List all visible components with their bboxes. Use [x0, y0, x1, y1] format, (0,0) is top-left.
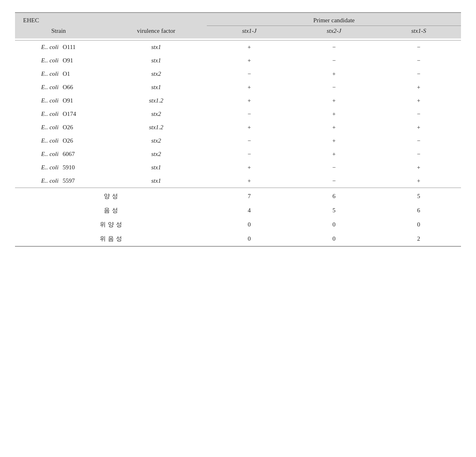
- vf-cell: stx2: [105, 107, 207, 121]
- table-row: E.. coli O111 stx1 + − −: [15, 40, 461, 54]
- table-row: E.. coli O91 stx1.2 + + +: [15, 94, 461, 107]
- summary-v2: 5: [292, 203, 376, 218]
- result-col1: −: [207, 147, 292, 161]
- summary-row: 위 양 성 0 0 0: [15, 218, 461, 232]
- summary-v1: 4: [207, 203, 292, 218]
- col1-header: stx1-J: [207, 26, 292, 39]
- strain-cell: O26: [60, 121, 105, 134]
- result-col1: −: [207, 67, 292, 81]
- table-row: E.. coli O1 stx2 − + −: [15, 67, 461, 81]
- summary-v1: 0: [207, 232, 292, 246]
- strain-cell: O26: [60, 134, 105, 147]
- result-col1: +: [207, 121, 292, 134]
- main-table-wrapper: EHEC Primer candidate Strain virulence f…: [15, 12, 461, 247]
- result-col3: −: [376, 67, 461, 81]
- result-col2: −: [292, 81, 376, 94]
- summary-v1: 7: [207, 189, 292, 203]
- primer-header: Primer candidate: [207, 13, 461, 26]
- header-row-sub: Strain virulence factor stx1-J stx2-J st…: [15, 26, 461, 39]
- result-col3: −: [376, 54, 461, 67]
- summary-label: 위 양 성: [15, 218, 207, 232]
- summary-row: 음 성 4 5 6: [15, 203, 461, 218]
- vf-cell: stx2: [105, 67, 207, 81]
- strain-cell: O91: [60, 54, 105, 67]
- summary-v3: 0: [376, 218, 461, 232]
- vf-cell: stx1.2: [105, 94, 207, 107]
- result-col3: +: [376, 121, 461, 134]
- result-col3: +: [376, 161, 461, 174]
- strain-cell: O111: [60, 40, 105, 54]
- vf-cell: stx1.2: [105, 121, 207, 134]
- summary-label: 양 성: [15, 189, 207, 203]
- strain-header: Strain: [15, 26, 105, 39]
- table-row: E.. coli O66 stx1 + − +: [15, 81, 461, 94]
- summary-v2: 6: [292, 189, 376, 203]
- result-col2: +: [292, 147, 376, 161]
- col2-header: stx2-J: [292, 26, 376, 39]
- vf-cell: stx1: [105, 161, 207, 174]
- summary-v2: 0: [292, 218, 376, 232]
- strain-cell: O91: [60, 94, 105, 107]
- summary-v3: 5: [376, 189, 461, 203]
- result-col1: +: [207, 81, 292, 94]
- header-row-top: EHEC Primer candidate: [15, 13, 461, 26]
- ehec-header: EHEC: [15, 13, 105, 26]
- result-col3: +: [376, 174, 461, 188]
- genus-cell: E.. coli: [15, 54, 60, 67]
- table-row: E.. coli 5910 stx1 + − +: [15, 161, 461, 174]
- result-col1: +: [207, 161, 292, 174]
- genus-cell: E.. coli: [15, 94, 60, 107]
- result-col2: +: [292, 107, 376, 121]
- result-col3: −: [376, 147, 461, 161]
- result-col1: +: [207, 40, 292, 54]
- summary-row: 위 음 성 0 0 2: [15, 232, 461, 246]
- result-col2: −: [292, 54, 376, 67]
- strain-cell: O66: [60, 81, 105, 94]
- vf-cell: stx2: [105, 147, 207, 161]
- vf-cell: stx1: [105, 81, 207, 94]
- result-col2: +: [292, 134, 376, 147]
- result-col2: −: [292, 161, 376, 174]
- table-row: E.. coli O26 stx1.2 + + +: [15, 121, 461, 134]
- result-col3: +: [376, 81, 461, 94]
- summary-v3: 2: [376, 232, 461, 246]
- vf-cell: stx1: [105, 54, 207, 67]
- result-col1: +: [207, 54, 292, 67]
- result-col1: −: [207, 107, 292, 121]
- genus-cell: E.. coli: [15, 134, 60, 147]
- genus-cell: E.. coli: [15, 107, 60, 121]
- result-col3: −: [376, 40, 461, 54]
- result-col2: +: [292, 121, 376, 134]
- strain-cell: O174: [60, 107, 105, 121]
- result-col2: +: [292, 67, 376, 81]
- result-col2: −: [292, 174, 376, 188]
- table-row: E.. coli O91 stx1 + − −: [15, 54, 461, 67]
- vf-cell: stx2: [105, 134, 207, 147]
- data-table: EHEC Primer candidate Strain virulence f…: [15, 13, 461, 246]
- summary-label: 위 음 성: [15, 232, 207, 246]
- genus-cell: E.. coli: [15, 121, 60, 134]
- summary-label: 음 성: [15, 203, 207, 218]
- result-col1: +: [207, 94, 292, 107]
- genus-cell: E.. coli: [15, 161, 60, 174]
- table-row: E.. coli 6067 stx2 − + −: [15, 147, 461, 161]
- result-col3: −: [376, 107, 461, 121]
- genus-cell: E.. coli: [15, 174, 60, 188]
- summary-v3: 6: [376, 203, 461, 218]
- result-col2: −: [292, 40, 376, 54]
- genus-cell: E.. coli: [15, 147, 60, 161]
- result-col3: −: [376, 134, 461, 147]
- result-col1: +: [207, 174, 292, 188]
- table-row: E.. coli O26 stx2 − + −: [15, 134, 461, 147]
- result-col1: −: [207, 134, 292, 147]
- strain-cell: 6067: [60, 147, 105, 161]
- vf-sub-header: virulence factor: [105, 26, 207, 39]
- result-col3: +: [376, 94, 461, 107]
- summary-v2: 0: [292, 232, 376, 246]
- summary-row: 양 성 7 6 5: [15, 189, 461, 203]
- strain-cell: 5910: [60, 161, 105, 174]
- table-body: E.. coli O111 stx1 + − − E.. coli O91 st…: [15, 40, 461, 188]
- summary-footer: 양 성 7 6 5 음 성 4 5 6 위 양 성 0 0 0 위 음 성 0 …: [15, 188, 461, 246]
- vf-cell: stx1: [105, 40, 207, 54]
- vf-header-empty: [105, 13, 207, 26]
